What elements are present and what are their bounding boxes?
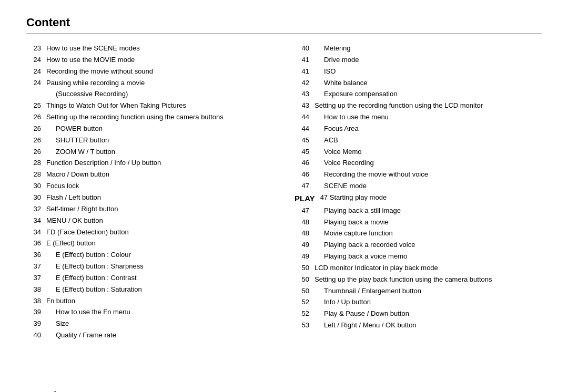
entry-number: 36 [26,250,46,260]
list-item: 36E (Effect) button : Colour [26,250,273,260]
list-item: 39Size [26,319,273,329]
entry-number: 30 [26,181,46,191]
entry-number: 50 [295,263,315,273]
entry-text: Setting up the recording function using … [46,112,273,122]
list-item: 43Exposure compensation [295,89,542,99]
entry-text: Setting up the recording function using … [315,101,542,111]
list-item: 36E (Effect) button [26,239,273,249]
entry-number: 26 [26,147,46,157]
entry-number: 36 [26,239,46,249]
entry-number: 28 [26,170,46,180]
list-item: 26POWER button [26,124,273,134]
entry-number: 45 [295,136,315,146]
entry-text: SCENE mode [315,181,542,191]
list-item: 37E (Effect) button : Sharpness [26,262,273,272]
entry-text: Recording the movie without sound [46,67,273,77]
entry-text: White balance [315,78,542,88]
list-item: 40Quality / Frame rate [26,331,273,341]
list-item: 42White balance [295,78,542,88]
list-item: 37E (Effect) button : Contrast [26,273,273,283]
entry-text: 47 Starting play mode [320,193,542,203]
entry-number: 43 [295,89,315,99]
list-item: 34FD (Face Detection) button [26,228,273,238]
list-item: 28Function Description / Info / Up butto… [26,158,273,168]
list-item: 32Self-timer / Right button [26,204,273,214]
list-item: 23How to use the SCENE modes [26,44,273,54]
entry-text: Things to Watch Out for When Taking Pict… [46,101,273,111]
entry-text: SHUTTER button [46,136,273,146]
list-item: 46Voice Recording [295,158,542,168]
entry-number: 47 [295,181,315,191]
entry-number: 44 [295,112,315,122]
list-item: 49Playing back a recorded voice [295,240,542,250]
entry-text: Recording the movie without voice [315,170,542,180]
entry-number: 39 [26,319,46,329]
list-item: 26ZOOM W / T button [26,147,273,157]
list-item: 49Playing back a voice memo [295,252,542,262]
entry-text: How to use the Fn menu [46,307,273,317]
entry-text: Metering [315,44,542,54]
list-item: 45ACB [295,136,542,146]
entry-number: 49 [295,240,315,250]
list-item: 47SCENE mode [295,181,542,191]
entry-text: FD (Face Detection) button [46,228,273,238]
entry-number: 46 [295,158,315,168]
entry-text: Setting up the play back function using … [315,275,542,285]
entry-text: Exposure compensation [315,89,542,99]
entry-text: Playing back a voice memo [315,252,542,262]
entry-text: How to use the MOVIE mode [46,55,273,65]
list-item: 41ISO [295,67,542,77]
entry-text: Play & Pause / Down button [315,309,542,319]
list-item: 44How to use the menu [295,112,542,122]
entry-text: Flash / Left button [46,193,273,203]
list-item: 45Voice Memo [295,147,542,157]
list-item: 24Pausing while recording a movie [26,78,273,88]
entry-text: ISO [315,67,542,77]
entry-number: 38 [26,296,46,306]
entry-number: 40 [295,44,315,54]
entry-number: 28 [26,158,46,168]
entry-number: 52 [295,297,315,307]
page-title: Content [26,16,542,29]
entry-text: Thumbnail / Enlargement button [315,286,542,296]
entry-text: How to use the menu [315,112,542,122]
entry-text: E (Effect) button : Sharpness [46,262,273,272]
entry-text: Playing back a still image [315,206,542,216]
entry-number: 37 [26,262,46,272]
entry-text: E (Effect) button : Colour [46,250,273,260]
list-item: 46Recording the movie without voice [295,170,542,180]
entry-number: 30 [26,193,46,203]
entry-number: 50 [295,286,315,296]
list-item: 48Movie capture function [295,229,542,239]
list-item: 50LCD monitor Indicator in play back mod… [295,263,542,273]
list-item: 25Things to Watch Out for When Taking Pi… [26,101,273,111]
entry-number: 26 [26,112,46,122]
entry-text: E (Effect) button [46,239,273,249]
entry-number: 40 [26,331,46,341]
entry-text: E (Effect) button : Saturation [46,285,273,295]
play-section-label: PLAY [295,193,320,204]
entry-number: 26 [26,124,46,134]
entry-number: 24 [26,55,46,65]
entry-number: 37 [26,273,46,283]
entry-number: 46 [295,170,315,180]
list-item: 38E (Effect) button : Saturation [26,285,273,295]
entry-text: Size [46,319,273,329]
entry-text: Movie capture function [315,229,542,239]
list-item: 30Focus lock [26,181,273,191]
entry-text: Function Description / Info / Up button [46,158,273,168]
entry-number: 34 [26,228,46,238]
entry-text: Focus lock [46,181,273,191]
entry-text: Playing back a recorded voice [315,240,542,250]
list-item: 50Thumbnail / Enlargement button [295,286,542,296]
entry-number: 24 [26,78,46,88]
list-item: 43Setting up the recording function usin… [295,101,542,111]
entry-number: 45 [295,147,315,157]
entry-text: Playing back a movie [315,218,542,228]
list-item: 39How to use the Fn menu [26,307,273,317]
list-item: 47Playing back a still image [295,206,542,216]
entry-text: MENU / OK button [46,216,273,226]
list-item: 34MENU / OK button [26,216,273,226]
entry-number: 47 [295,206,315,216]
entry-text: Self-timer / Right button [46,204,273,214]
